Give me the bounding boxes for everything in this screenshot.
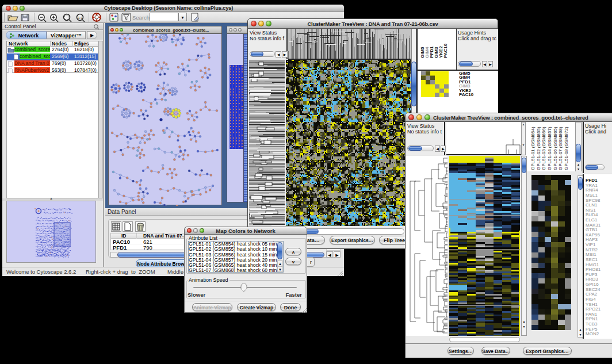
svg-text:Search:: Search: [132, 14, 151, 21]
svg-text:1:1: 1:1 [78, 16, 83, 20]
